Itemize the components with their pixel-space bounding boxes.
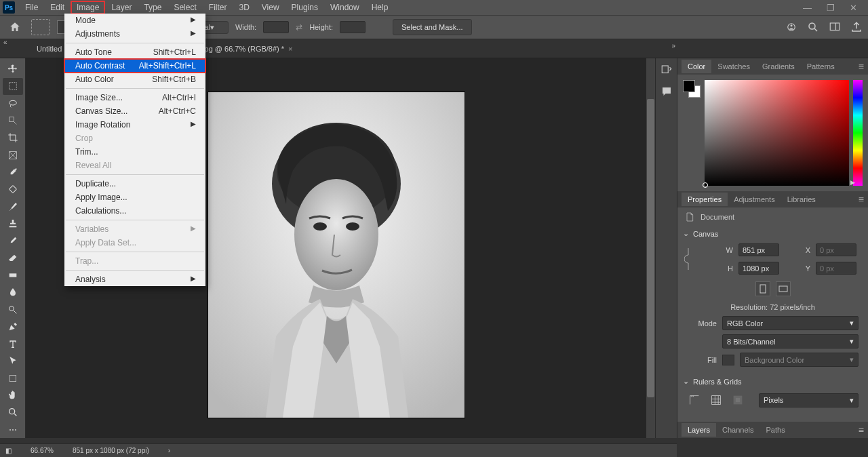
history-panel-icon[interactable] xyxy=(660,64,673,76)
dd-adjustments[interactable]: Adjustments▶ xyxy=(64,27,205,41)
eraser-tool[interactable] xyxy=(3,250,23,266)
dd-calculations[interactable]: Calculations... xyxy=(64,204,205,218)
tab-untitled[interactable]: Untitled xyxy=(30,41,68,56)
current-tool-icon[interactable] xyxy=(31,19,50,35)
dd-auto-color[interactable]: Auto ColorShift+Ctrl+B xyxy=(64,73,205,86)
props-panel-menu-icon[interactable]: ≡ xyxy=(859,194,868,205)
collapse-right-icon[interactable]: » xyxy=(671,42,675,49)
more-tools[interactable]: ⋯ xyxy=(3,422,23,438)
pen-tool[interactable] xyxy=(3,319,23,335)
cloud-icon[interactable] xyxy=(785,21,797,33)
menu-file[interactable]: File xyxy=(19,1,44,14)
tab-adjustments[interactable]: Adjustments xyxy=(728,193,781,206)
swap-icon[interactable]: ⇄ xyxy=(296,22,302,32)
menu-window[interactable]: Window xyxy=(324,1,366,14)
bits-select[interactable]: 8 Bits/Channel▾ xyxy=(722,334,859,349)
mode-select[interactable]: RGB Color▾ xyxy=(722,316,859,330)
landscape-button[interactable] xyxy=(776,281,791,296)
tab-paths[interactable]: Paths xyxy=(760,423,791,437)
zoom-level[interactable]: 66.67% xyxy=(31,447,54,454)
selection-tool[interactable] xyxy=(3,113,23,129)
tab-swatches[interactable]: Swatches xyxy=(711,60,756,73)
tab-gradients[interactable]: Gradients xyxy=(756,60,801,73)
stamp-tool[interactable] xyxy=(3,216,23,232)
workspace-icon[interactable] xyxy=(829,21,841,33)
chevron-down-icon[interactable]: ⌄ xyxy=(683,229,689,238)
color-field[interactable] xyxy=(705,80,849,186)
color-panel-menu-icon[interactable]: ≡ xyxy=(859,61,868,72)
eyedropper-tool[interactable] xyxy=(3,164,23,180)
dd-mode[interactable]: Mode▶ xyxy=(64,14,205,27)
height-input[interactable] xyxy=(738,262,779,275)
tab-channels[interactable]: Channels xyxy=(716,423,760,437)
select-and-mask-button[interactable]: Select and Mask... xyxy=(393,19,472,35)
frame-tool[interactable] xyxy=(3,147,23,163)
shape-tool[interactable] xyxy=(3,370,23,386)
menu-filter[interactable]: Filter xyxy=(203,1,233,14)
width-input[interactable] xyxy=(738,243,779,256)
tab-close-icon[interactable]: × xyxy=(288,45,292,53)
menu-edit[interactable]: Edit xyxy=(44,1,71,14)
lasso-tool[interactable] xyxy=(3,96,23,112)
move-tool[interactable] xyxy=(3,61,23,77)
menu-help[interactable]: Help xyxy=(366,1,395,14)
dd-apply-image[interactable]: Apply Image... xyxy=(64,191,205,204)
menu-3d[interactable]: 3D xyxy=(233,1,255,14)
dd-analysis[interactable]: Analysis▶ xyxy=(64,273,205,286)
marquee-tool[interactable] xyxy=(3,78,23,94)
gradient-tool[interactable] xyxy=(3,267,23,283)
menu-type[interactable]: Type xyxy=(138,1,167,14)
dd-duplicate[interactable]: Duplicate... xyxy=(64,177,205,191)
restore-icon[interactable]: ❐ xyxy=(827,3,835,13)
ruler-icon[interactable] xyxy=(687,393,702,408)
tab-color[interactable]: Color xyxy=(682,60,711,73)
quickmask-icon[interactable]: ◧ xyxy=(5,447,12,454)
type-tool[interactable] xyxy=(3,336,23,352)
minimize-icon[interactable]: — xyxy=(803,3,812,13)
share-icon[interactable] xyxy=(850,21,863,33)
dodge-tool[interactable] xyxy=(3,301,23,317)
dd-auto-contrast[interactable]: Auto ContrastAlt+Shift+Ctrl+L xyxy=(64,59,205,73)
crop-tool[interactable] xyxy=(3,130,23,146)
fill-swatch[interactable] xyxy=(722,355,734,365)
units-select[interactable]: Pixels▾ xyxy=(759,393,859,408)
collapse-left-icon[interactable]: « xyxy=(3,39,7,46)
status-chevron-icon[interactable]: › xyxy=(168,447,170,454)
menu-image[interactable]: Image xyxy=(71,1,105,14)
menu-view[interactable]: View xyxy=(256,1,285,14)
healing-tool[interactable] xyxy=(3,181,23,197)
menu-select[interactable]: Select xyxy=(167,1,202,14)
height-input[interactable] xyxy=(340,21,366,33)
x-input[interactable] xyxy=(816,243,856,256)
fill-select[interactable]: Background Color▾ xyxy=(740,353,859,367)
tab-libraries[interactable]: Libraries xyxy=(781,193,822,206)
dd-image-rotation[interactable]: Image Rotation▶ xyxy=(64,118,205,132)
menu-plugins[interactable]: Plugins xyxy=(285,1,324,14)
dd-auto-tone[interactable]: Auto ToneShift+Ctrl+L xyxy=(64,45,205,59)
link-icon[interactable] xyxy=(684,245,692,273)
tab-patterns[interactable]: Patterns xyxy=(801,60,841,73)
y-input[interactable] xyxy=(816,262,856,275)
guides-icon[interactable] xyxy=(730,393,745,408)
dd-trim[interactable]: Trim... xyxy=(64,145,205,159)
canvas-scrollbar[interactable] xyxy=(646,58,655,438)
tab-layers[interactable]: Layers xyxy=(682,423,716,437)
comments-panel-icon[interactable] xyxy=(660,85,673,98)
portrait-button[interactable] xyxy=(755,281,770,296)
fg-color-swatch[interactable] xyxy=(683,80,695,92)
width-input[interactable] xyxy=(263,21,289,33)
menu-layer[interactable]: Layer xyxy=(105,1,138,14)
hue-slider[interactable]: ▶ xyxy=(853,80,863,186)
close-icon[interactable]: ✕ xyxy=(850,3,857,13)
history-brush-tool[interactable] xyxy=(3,233,23,249)
grid-icon[interactable] xyxy=(709,393,724,408)
brush-tool[interactable] xyxy=(3,199,23,215)
search-icon[interactable] xyxy=(807,21,819,33)
layers-panel-menu-icon[interactable]: ≡ xyxy=(859,424,868,435)
dd-image-size[interactable]: Image Size...Alt+Ctrl+I xyxy=(64,91,205,104)
dd-canvas-size[interactable]: Canvas Size...Alt+Ctrl+C xyxy=(64,104,205,118)
hand-tool[interactable] xyxy=(3,387,23,403)
blur-tool[interactable] xyxy=(3,284,23,300)
path-select-tool[interactable] xyxy=(3,353,23,369)
home-button[interactable] xyxy=(5,18,24,36)
